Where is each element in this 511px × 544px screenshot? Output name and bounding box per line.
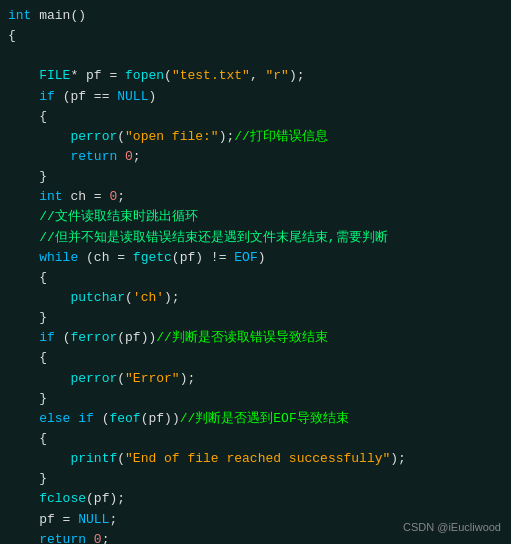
code-line-19: perror("Error"); bbox=[8, 369, 503, 389]
code-line-20: } bbox=[8, 389, 503, 409]
code-line-4: FILE* pf = fopen("test.txt", "r"); bbox=[8, 66, 503, 86]
code-line-6: { bbox=[8, 107, 503, 127]
code-line-21: else if (feof(pf))//判断是否遇到EOF导致结束 bbox=[8, 409, 503, 429]
code-line-25: fclose(pf); bbox=[8, 489, 503, 509]
code-line-14: { bbox=[8, 268, 503, 288]
code-line-23: printf("End of file reached successfully… bbox=[8, 449, 503, 469]
code-line-24: } bbox=[8, 469, 503, 489]
code-line-1: int main() bbox=[8, 6, 503, 26]
code-line-9: } bbox=[8, 167, 503, 187]
code-line-16: } bbox=[8, 308, 503, 328]
code-line-10: int ch = 0; bbox=[8, 187, 503, 207]
code-line-22: { bbox=[8, 429, 503, 449]
code-editor: int main() { FILE* pf = fopen("test.txt"… bbox=[0, 0, 511, 544]
code-line-11: //文件读取结束时跳出循环 bbox=[8, 207, 503, 227]
code-line-3 bbox=[8, 46, 503, 66]
code-line-12: //但并不知是读取错误结束还是遇到文件末尾结束,需要判断 bbox=[8, 228, 503, 248]
code-line-18: { bbox=[8, 348, 503, 368]
code-line-13: while (ch = fgetc(pf) != EOF) bbox=[8, 248, 503, 268]
code-line-17: if (ferror(pf))//判断是否读取错误导致结束 bbox=[8, 328, 503, 348]
code-line-7: perror("open file:");//打印错误信息 bbox=[8, 127, 503, 147]
code-line-8: return 0; bbox=[8, 147, 503, 167]
watermark: CSDN @iEucliwood bbox=[403, 519, 501, 536]
code-line-2: { bbox=[8, 26, 503, 46]
code-line-15: putchar('ch'); bbox=[8, 288, 503, 308]
code-line-5: if (pf == NULL) bbox=[8, 87, 503, 107]
